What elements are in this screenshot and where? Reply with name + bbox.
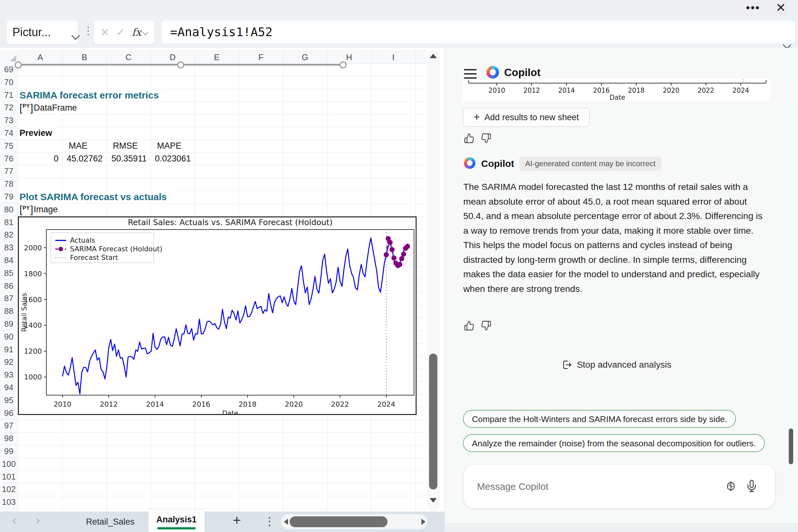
scroll-left-icon[interactable] [284, 518, 288, 525]
table-cell[interactable]: RMSE [107, 140, 151, 152]
thumbs-down-icon[interactable] [481, 133, 491, 144]
more-options-icon[interactable]: ••• [746, 1, 760, 14]
name-box-chevron-icon[interactable] [71, 31, 80, 40]
row-header-89[interactable]: 89 [0, 318, 18, 330]
row-header-99[interactable]: 99 [0, 445, 18, 458]
stop-advanced-analysis-button[interactable]: Stop advanced analysis [562, 360, 671, 370]
table-cell[interactable]: 50.35911 [107, 152, 151, 165]
thumbs-up-icon[interactable] [464, 133, 474, 144]
insert-function-button[interactable]: fx [132, 26, 147, 38]
thumbs-up-icon[interactable] [464, 320, 474, 331]
row-header-73[interactable]: 73 [0, 114, 18, 127]
cancel-icon[interactable]: ✕ [101, 26, 109, 38]
table-cell[interactable]: MAE [62, 140, 107, 152]
row-header-103[interactable]: 103 [0, 496, 18, 509]
copilot-message-header: Copilot AI-generated content may be inco… [463, 157, 662, 171]
column-header-A[interactable]: A [18, 51, 63, 64]
row-header-71[interactable]: 71 [0, 89, 18, 102]
row-header-96[interactable]: 96 [0, 407, 18, 420]
row-header-80[interactable]: 80 [0, 203, 18, 216]
forecast-chart-picture[interactable]: Retail Sales: Actuals vs. SARIMA Forecas… [18, 216, 417, 415]
scroll-down-icon[interactable] [430, 498, 437, 502]
thumbs-down-icon[interactable] [481, 320, 491, 331]
row-header-76[interactable]: 76 [0, 152, 18, 165]
picture-resize-handle[interactable] [177, 61, 184, 69]
row-header-98[interactable]: 98 [0, 432, 18, 445]
column-header-D[interactable]: D [151, 51, 195, 64]
row-header-97[interactable]: 97 [0, 419, 18, 432]
row-header-91[interactable]: 91 [0, 343, 18, 356]
section-heading-cell[interactable]: SARIMA forecast error metrics [19, 89, 164, 102]
sheet-grid[interactable]: ABCDEFGHI 697071727374757677787980818283… [0, 48, 444, 512]
microphone-icon[interactable] [745, 479, 758, 494]
row-header-104[interactable]: 104 [0, 509, 18, 512]
row-header-90[interactable]: 90 [0, 330, 18, 343]
name-box[interactable]: Pictur... [6, 20, 78, 44]
column-header-C[interactable]: C [107, 51, 151, 64]
row-header-82[interactable]: 82 [0, 229, 18, 241]
menu-icon[interactable] [464, 69, 477, 79]
column-header-B[interactable]: B [62, 51, 107, 64]
sheet-tab-analysis1[interactable]: Analysis1 [148, 510, 205, 532]
row-header-100[interactable]: 100 [0, 458, 18, 471]
table-cell[interactable]: 0.023061 [151, 152, 195, 165]
prev-sheet-chevron-icon[interactable]: ‹ [12, 513, 16, 527]
row-header-75[interactable]: 75 [0, 140, 18, 152]
suggestion-pill[interactable]: Compare the Holt-Winters and SARIMA fore… [463, 410, 736, 428]
row-header-78[interactable]: 78 [0, 178, 18, 191]
row-header-77[interactable]: 77 [0, 165, 18, 178]
column-header-F[interactable]: F [239, 51, 283, 64]
formula-input[interactable] [162, 20, 795, 44]
table-cell[interactable]: MAPE [151, 140, 195, 152]
scroll-right-icon[interactable] [421, 518, 425, 525]
picture-resize-handle[interactable] [15, 61, 22, 69]
message-input-box[interactable] [463, 464, 775, 508]
sheet-tab-retail-sales[interactable]: Retail_Sales [81, 512, 139, 532]
message-copilot-input[interactable] [476, 464, 721, 509]
horizontal-scrollbar-thumb[interactable] [290, 516, 387, 527]
row-header-79[interactable]: 79 [0, 191, 18, 203]
row-header-95[interactable]: 95 [0, 394, 18, 407]
row-header-72[interactable]: 72 [0, 101, 18, 114]
row-header-83[interactable]: 83 [0, 241, 18, 254]
column-header-G[interactable]: G [283, 51, 327, 64]
brain-icon[interactable] [724, 480, 737, 494]
add-sheet-button[interactable]: + [233, 512, 241, 528]
row-header-92[interactable]: 92 [0, 356, 18, 368]
row-header-88[interactable]: 88 [0, 305, 18, 318]
sheet-list-more-icon[interactable]: ⋮ [264, 515, 275, 528]
row-header-93[interactable]: 93 [0, 368, 18, 381]
confirm-icon[interactable]: ✓ [116, 26, 125, 38]
column-header-H[interactable]: H [327, 51, 372, 64]
row-header-74[interactable]: 74 [0, 127, 18, 140]
suggestion-pill[interactable]: Analyze the remainder (noise) from the s… [463, 434, 765, 452]
row-header-84[interactable]: 84 [0, 254, 18, 267]
row-header-94[interactable]: 94 [0, 381, 18, 394]
row-header-81[interactable]: 81 [0, 216, 18, 229]
row-header-85[interactable]: 85 [0, 267, 18, 280]
picture-resize-handle[interactable] [340, 61, 346, 69]
column-header-I[interactable]: I [371, 51, 416, 64]
scroll-up-icon[interactable] [430, 54, 437, 58]
row-header-70[interactable]: 70 [0, 76, 18, 89]
sheet-vertical-scrollbar-thumb[interactable] [429, 354, 437, 490]
row-header-87[interactable]: 87 [0, 292, 18, 305]
row-header-101[interactable]: 101 [0, 471, 18, 483]
python-object-cell[interactable]: [PY]Image [19, 203, 62, 216]
row-header-102[interactable]: 102 [0, 483, 18, 496]
select-all-corner[interactable] [0, 51, 19, 63]
add-results-button[interactable]: + Add results to new sheet [463, 108, 590, 127]
next-sheet-chevron-icon[interactable]: › [36, 513, 40, 527]
table-cell[interactable]: 0 [18, 152, 62, 165]
gridline [18, 419, 426, 420]
column-header-E[interactable]: E [195, 51, 239, 64]
svg-text:2024: 2024 [733, 87, 749, 94]
bold-cell[interactable]: Preview [19, 127, 56, 140]
panel-scrollbar-thumb[interactable] [789, 429, 793, 464]
table-cell[interactable]: 45.02762 [62, 152, 107, 165]
row-header-86[interactable]: 86 [0, 280, 18, 292]
python-object-cell[interactable]: [PY]DataFrame [19, 101, 81, 114]
close-icon[interactable]: ✕ [776, 1, 786, 15]
section-heading-cell[interactable]: Plot SARIMA forecast vs actuals [19, 191, 172, 203]
svg-text:2014: 2014 [146, 400, 164, 408]
